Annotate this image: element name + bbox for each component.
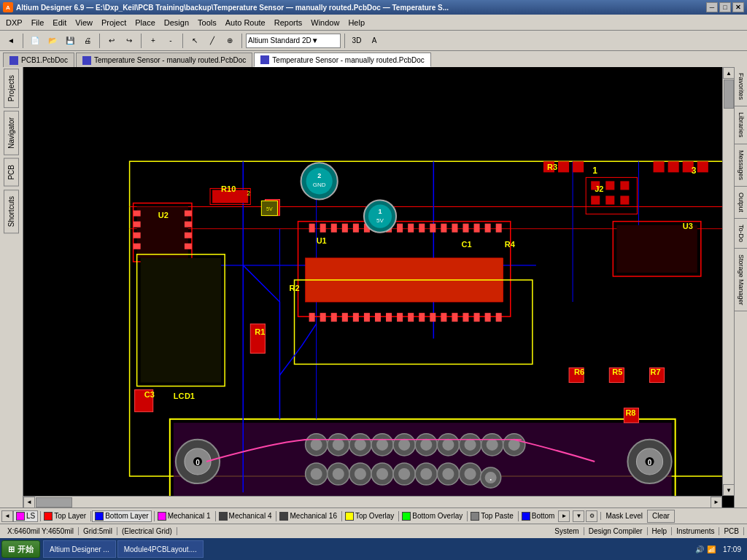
svg-rect-19 <box>353 224 359 233</box>
layer-sep-5 <box>341 511 342 521</box>
tab-2[interactable]: Temperature Sensor - manually routed.Pcb… <box>254 52 430 67</box>
right-panel-favorites[interactable]: Favorites <box>735 67 747 106</box>
toolbar-zoom-in[interactable]: + <box>145 33 161 49</box>
svg-text:U1: U1 <box>317 236 327 245</box>
clear-button[interactable]: Clear <box>647 510 675 523</box>
volume-icon: 📶 <box>707 545 716 553</box>
design-compiler-status[interactable]: Design Compiler <box>584 527 648 535</box>
toolbar-btn-1[interactable]: ◄ <box>3 33 19 49</box>
right-panel: FavoritesLibrariesMessagesOutputTo-DoSto… <box>734 67 747 508</box>
scroll-v-thumb[interactable] <box>724 79 734 109</box>
help-status[interactable]: Help <box>648 527 673 535</box>
layer-scroll-right[interactable]: ► <box>558 510 570 522</box>
svg-rect-18 <box>342 224 348 233</box>
menu-item-help[interactable]: Help <box>344 17 369 28</box>
svg-rect-31 <box>485 224 491 233</box>
toolbar-extra1[interactable]: A <box>366 33 382 49</box>
menu-item-design[interactable]: Design <box>160 17 193 28</box>
scroll-up-button[interactable]: ▲ <box>723 67 734 79</box>
layer-mechanical1[interactable]: Mechanical 1 <box>155 511 213 521</box>
right-panel-storage-manager[interactable]: Storage Manager <box>735 249 747 312</box>
menu-item-dxp[interactable]: DXP <box>1 17 27 28</box>
taskbar-item-1[interactable]: Module4PCBLayout.... <box>117 540 204 558</box>
svg-rect-67 <box>185 233 192 238</box>
svg-text:R4: R4 <box>505 240 516 249</box>
svg-rect-37 <box>353 313 359 322</box>
system-status[interactable]: System <box>550 527 584 535</box>
toolbar-select[interactable]: ↖ <box>187 33 203 49</box>
svg-rect-80 <box>620 181 629 190</box>
scroll-left-button[interactable]: ◄ <box>23 497 35 508</box>
svg-point-114 <box>333 468 344 480</box>
menu-item-project[interactable]: Project <box>97 17 131 28</box>
toolbar-place[interactable]: ⊕ <box>222 33 238 49</box>
view-dropdown[interactable]: Altium Standard 2D▼ <box>246 34 341 48</box>
layer-ls[interactable]: LS <box>13 510 38 522</box>
layer-settings-btn[interactable]: ⚙ <box>586 510 597 522</box>
right-panel-output[interactable]: Output <box>735 187 747 219</box>
svg-rect-40 <box>386 313 392 322</box>
svg-point-92 <box>311 439 322 451</box>
tabs-bar: PCB1.PcbDocTemperature Sensor - manually… <box>0 51 747 67</box>
grid-info: Grid:5mil <box>79 527 117 535</box>
menu-item-auto-route[interactable]: Auto Route <box>221 17 270 28</box>
layer-sep-7 <box>467 511 468 521</box>
pcb-canvas[interactable]: 2 GND 1 5V <box>23 67 734 508</box>
maximize-button[interactable]: □ <box>719 2 731 12</box>
toolbar-separator-4 <box>182 34 183 48</box>
right-panel-messages[interactable]: Messages <box>735 144 747 187</box>
scroll-down-button[interactable]: ▼ <box>723 484 734 496</box>
toolbar-undo[interactable]: ↩ <box>104 33 120 49</box>
layer-bottom-layer[interactable]: Bottom Layer <box>92 510 151 522</box>
close-button[interactable]: ✕ <box>732 2 744 12</box>
scroll-right-button[interactable]: ► <box>711 497 722 508</box>
left-panel-shortcuts[interactable]: Shortcuts <box>4 190 19 233</box>
layer-mechanical16[interactable]: Mechanical 16 <box>277 511 338 521</box>
window-controls[interactable]: ─ □ ✕ <box>706 2 744 12</box>
layer-scroll-left[interactable]: ◄ <box>1 510 13 522</box>
layer-mechanical4[interactable]: Mechanical 4 <box>217 511 274 521</box>
vertical-scrollbar[interactable]: ▲ ▼ <box>722 67 734 496</box>
menu-item-place[interactable]: Place <box>131 17 160 28</box>
svg-rect-27 <box>441 224 446 233</box>
toolbar-3d[interactable]: 3D <box>349 33 365 49</box>
toolbar-wire[interactable]: ╱ <box>204 33 220 49</box>
tab-1[interactable]: Temperature Sensor - manually routed.Pcb… <box>76 52 252 67</box>
menu-item-file[interactable]: File <box>27 17 49 28</box>
scroll-h-thumb[interactable] <box>36 497 72 508</box>
layer-menu-btn[interactable]: ▼ <box>573 510 584 522</box>
menu-item-reports[interactable]: Reports <box>270 17 307 28</box>
start-button[interactable]: ⊞ 开始 <box>1 540 40 558</box>
toolbar-new[interactable]: 📄 <box>27 33 43 49</box>
left-panel-projects[interactable]: Projects <box>4 69 19 108</box>
svg-point-120 <box>398 468 410 480</box>
menu-item-window[interactable]: Window <box>306 17 344 28</box>
svg-rect-36 <box>342 313 348 322</box>
taskbar-right: 🔊 📶 17:09 <box>695 544 746 555</box>
right-panel-libraries[interactable]: Libraries <box>735 106 747 144</box>
menu-item-tools[interactable]: Tools <box>193 17 221 28</box>
menu-item-edit[interactable]: Edit <box>48 17 71 28</box>
layer-label-mechanical4: Mechanical 4 <box>229 512 272 520</box>
layer-bottom-layer2[interactable]: Bottom <box>519 511 557 521</box>
toolbar-zoom-out[interactable]: - <box>163 33 179 49</box>
layer-top-paste[interactable]: Top Paste <box>468 511 515 521</box>
svg-rect-79 <box>605 181 614 190</box>
left-panel-pcb[interactable]: PCB <box>4 158 19 187</box>
toolbar-redo[interactable]: ↪ <box>121 33 137 49</box>
layer-top-overlay[interactable]: Top Overlay <box>343 511 396 521</box>
instruments-status[interactable]: Instruments <box>672 527 719 535</box>
right-panel-to-do[interactable]: To-Do <box>735 219 747 249</box>
tab-0[interactable]: PCB1.PcbDoc <box>3 52 74 67</box>
pcb-status[interactable]: PCB <box>719 527 744 535</box>
minimize-button[interactable]: ─ <box>706 2 718 12</box>
horizontal-scrollbar[interactable]: ◄ ► <box>23 496 722 508</box>
layer-bottom-overlay[interactable]: Bottom Overlay <box>400 511 465 521</box>
left-panel-navigator[interactable]: Navigator <box>4 111 19 155</box>
toolbar-print[interactable]: 🖨 <box>80 33 96 49</box>
toolbar-open[interactable]: 📂 <box>44 33 61 49</box>
toolbar-save[interactable]: 💾 <box>62 33 78 49</box>
menu-item-view[interactable]: View <box>71 17 97 28</box>
layer-top-layer[interactable]: Top Layer <box>42 511 88 521</box>
taskbar-item-0[interactable]: Altium Designer ... <box>43 540 116 558</box>
